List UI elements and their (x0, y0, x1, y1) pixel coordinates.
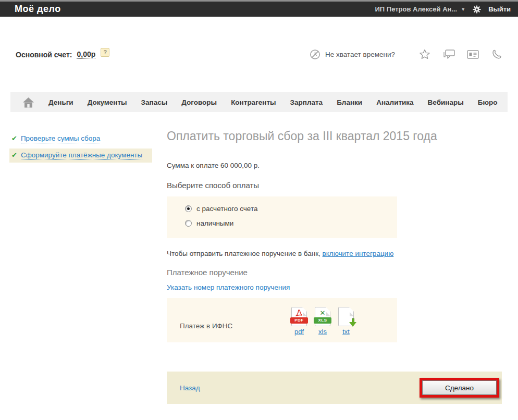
integration-text: Чтобы отправить платежное поручение в ба… (167, 250, 323, 257)
file-xls[interactable]: ✕ XLS xls (313, 307, 332, 336)
nav-item-dogovory[interactable]: Договоры (181, 98, 217, 106)
page-title: Оплатить торговый сбор за III квартал 20… (167, 129, 437, 143)
no-time-label: Не хватает времени? (325, 51, 395, 58)
chevron-down-icon: ▼ (461, 7, 465, 12)
download-arrow-icon (349, 318, 357, 327)
app-logo: Моё дело (15, 4, 61, 15)
nav-item-zapasy[interactable]: Запасы (141, 98, 168, 106)
xls-link[interactable]: xls (318, 328, 327, 336)
payment-option-1[interactable]: наличными (185, 219, 397, 227)
payment-options-panel: с расчетного счета наличными (167, 196, 397, 238)
sidebar-step-check-sums[interactable]: ✔ Проверьте суммы сбора (9, 132, 152, 146)
red-annotation-box: Сделано (420, 378, 499, 398)
quick-icons: Не хватает времени? (310, 49, 509, 60)
nav-item-zarplata[interactable]: Зарплата (290, 98, 323, 106)
clock-crossed-icon (310, 49, 320, 60)
set-order-number-link[interactable]: Указать номер платежного поручения (167, 283, 290, 291)
sidebar-step-label[interactable]: Проверьте суммы сбора (21, 134, 100, 143)
user-menu[interactable]: ИП Петров Алексей Ан... ▼ (375, 5, 466, 13)
xls-badge: XLS (314, 317, 331, 324)
contact-card-icon[interactable] (461, 50, 485, 59)
page: Моё дело ИП Петров Алексей Ан... ▼ (0, 0, 518, 420)
account-balance[interactable]: 0,00р (77, 50, 95, 59)
nav-item-blanki[interactable]: Бланки (337, 98, 362, 106)
no-time-link[interactable]: Не хватает времени? (310, 49, 395, 60)
page-fold (349, 307, 354, 312)
chat-icon[interactable] (437, 50, 461, 60)
nav-item-kontragenty[interactable]: Контрагенты (231, 98, 276, 106)
account-row: Основной счет: 0,00р ? (16, 50, 109, 59)
gear-icon[interactable] (473, 5, 481, 14)
radio-label[interactable]: с расчетного счета (196, 205, 257, 213)
user-name: ИП Петров Алексей Ан... (375, 5, 458, 13)
header-bar: Моё дело ИП Петров Алексей Ан... ▼ (0, 2, 518, 17)
nav-item-analitika[interactable]: Аналитика (376, 98, 413, 106)
check-icon: ✔ (11, 151, 17, 159)
file-group: PDF pdf ✕ XLS xls (290, 307, 355, 336)
pdf-file-icon[interactable]: PDF (291, 307, 307, 326)
check-icon: ✔ (11, 134, 17, 143)
radio-button[interactable] (185, 205, 192, 212)
radio-button[interactable] (185, 220, 192, 227)
nav-item-vebinary[interactable]: Вебинары (428, 98, 464, 106)
payment-file-panel: Платеж в ИФНС PDF pdf (167, 298, 397, 342)
file-txt[interactable]: txt (337, 307, 355, 336)
nav-item-dokumenty[interactable]: Документы (88, 98, 127, 106)
file-pdf[interactable]: PDF pdf (290, 307, 309, 336)
xls-glyph: ✕ (315, 310, 330, 317)
home-icon[interactable] (22, 96, 35, 108)
sidebar-step-form-documents[interactable]: ✔ Сформируйте платёжные документы (9, 149, 152, 163)
help-icon[interactable]: ? (101, 48, 109, 57)
sidebar-step-label[interactable]: Сформируйте платёжные документы (21, 151, 142, 160)
pdf-badge: PDF (290, 317, 308, 324)
phone-icon[interactable] (485, 49, 509, 60)
payment-label: Платеж в ИФНС (180, 322, 232, 330)
radio-label[interactable]: наличными (196, 219, 233, 227)
payment-option-0[interactable]: с расчетного счета (185, 205, 397, 213)
sidebar: ✔ Проверьте суммы сбора ✔ Сформируйте пл… (9, 132, 152, 165)
done-button[interactable]: Сделано (422, 380, 497, 395)
choose-method-label: Выберите способ оплаты (167, 181, 259, 190)
payment-order-heading: Платежное поручение (167, 268, 248, 277)
account-label: Основной счет: (16, 51, 72, 59)
amount-due: Сумма к оплате 60 000,00 р. (167, 162, 260, 169)
footer-bar: Назад Сделано (167, 372, 502, 404)
txt-link[interactable]: txt (342, 328, 350, 336)
logout-link[interactable]: Выйти (488, 5, 511, 13)
enable-integration-link[interactable]: включите интеграцию (323, 250, 394, 257)
back-link[interactable]: Назад (180, 384, 200, 392)
nav-item-byuro[interactable]: Бюро (478, 98, 498, 106)
nav-item-dengi[interactable]: Деньги (48, 98, 73, 106)
star-icon[interactable] (413, 49, 437, 60)
pdf-glyph (292, 310, 306, 316)
pdf-link[interactable]: pdf (294, 328, 304, 336)
txt-file-icon[interactable] (338, 307, 354, 326)
integration-note: Чтобы отправить платежное поручение в ба… (167, 250, 393, 257)
header-right: ИП Петров Алексей Ан... ▼ (375, 5, 511, 14)
xls-file-icon[interactable]: ✕ XLS (315, 307, 330, 326)
nav-items: Деньги Документы Запасы Договоры Контраг… (48, 98, 498, 106)
nav-bar: Деньги Документы Запасы Договоры Контраг… (10, 92, 508, 112)
